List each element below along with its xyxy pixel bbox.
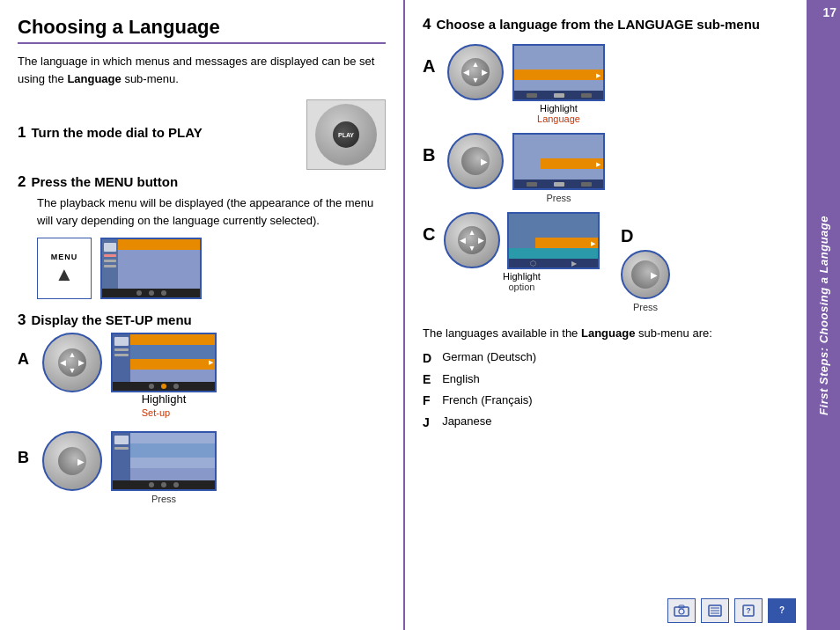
step2-label: Press the MENU button [31,174,178,189]
step4-label: Choose a language from the LANGUAGE sub-… [436,17,760,32]
step3b-dial: ▶ [42,431,102,491]
step3a-screen: ▶ [111,333,217,392]
lang-row-j: J Japanese [423,412,547,433]
page-number: 17 [822,5,836,19]
lang-name-d: German (Deutsch) [442,348,547,369]
left-column: Choosing a Language The language in whic… [0,0,405,630]
lang-row-d: D German (Deutsch) [423,348,547,369]
step4b-dial: ▶ [447,133,504,189]
step2-num: 2 [18,173,26,191]
step3a-highlight-caption: Highlight Set-up [142,392,187,419]
step1-num: 1 [18,124,26,142]
step4c-label: C [423,224,438,245]
step4b-screen: ▶ [512,133,605,190]
step4d-caption: Press [633,302,658,312]
step4b-label: B [423,145,438,165]
menu-label: MENU [51,253,78,261]
lang-name-j: Japanese [442,412,547,433]
step4d-arrows: ▶ [631,260,659,289]
step3b-row: B ▶ [18,431,386,504]
step2-illustration: MENU ▲ [37,238,386,299]
step2-screen [100,238,202,299]
dial-arrows: ▲ ▼ ◀ ▶ [58,348,86,377]
sidebar-chapter-text: First Steps: Choosing a Language [817,216,830,415]
step4a-row: A ▲ ▼ ◀ ▶ ▶ [423,44,789,124]
step4-header: 4 Choose a language from the LANGUAGE su… [423,16,789,33]
step3a-dial: ▲ ▼ ◀ ▶ [42,333,102,392]
step3a-bottom [113,382,215,391]
lang-row-f: F French (Français) [423,390,547,411]
step3-header: 3 Display the SET-UP menu [18,311,386,329]
language-list: The languages available in the Language … [423,325,789,433]
lang-key-e: E [423,369,442,390]
lang-row-e: E English [423,369,547,390]
step4d-col: D ▶ Press [621,212,670,312]
step4c-screen: ▶ ⬡ ▶ [507,212,600,269]
step3-section: 3 Display the SET-UP menu A ▲ ▼ ◀ ▶ [18,311,386,504]
step3b-bottom [113,480,215,489]
menu-arrow-icon: ▲ [55,265,74,284]
page-title: Choosing a Language [18,16,386,44]
step4a-screen-wrap: ▶ Highlight Language [512,44,605,124]
step3a-red-caption: Set-up [142,407,170,418]
step4c-screen-wrap: ▶ ⬡ ▶ [507,212,600,269]
lang-key-f: F [423,390,442,411]
step3b-screen-wrap: Press [111,431,217,504]
step3a-row: A ▲ ▼ ◀ ▶ [18,333,386,419]
lang-key-d: D [423,348,442,369]
question-toolbar-icon[interactable]: ? [768,598,796,623]
step4c-arrows: ▲ ▼ ◀ ▶ [458,226,486,254]
svg-point-1 [679,609,684,614]
step4d-dial: ▶ [621,250,670,299]
step4c-dial: ▲ ▼ ◀ ▶ [444,212,500,268]
step2-header: 2 Press the MENU button [18,173,386,191]
help-toolbar-icon[interactable]: ? [734,598,763,623]
screen-bottom-bar [102,289,200,297]
step4a-red-caption: Language [537,114,580,124]
menu-toolbar-icon[interactable] [701,598,729,623]
lang-intro: The languages available in the Language … [423,325,789,342]
step4b-row: B ▶ ▶ Pr [423,133,789,203]
step3a-screen-wrap: ▶ Highlight Set-up [111,333,217,419]
svg-text:?: ? [746,606,751,615]
step4d-label-top: D [621,226,637,246]
step1-header: 1 Turn the mode dial to PLAY PLAY [18,99,386,170]
step4cd-row: C ▲ ▼ ◀ ▶ [423,212,789,312]
step4a-caption: Highlight Language [537,103,580,124]
step4a-screen: ▶ [512,44,605,101]
right-column: 4 Choose a language from the LANGUAGE su… [405,0,807,630]
step4b-arrows: ▶ [461,147,490,175]
language-table: D German (Deutsch) E English F French (F… [423,348,547,434]
step4a-label: A [423,56,438,77]
step1-label: Turn the mode dial to PLAY [31,125,202,140]
step3-label: Display the SET-UP menu [31,312,191,327]
dial-b-arrows: ▶ [58,447,86,475]
step3b-label: B [18,449,33,467]
bottom-toolbar: ? ? [667,598,796,623]
lang-key-j: J [423,412,442,433]
step4c-caption: Highlight option [444,271,600,292]
step4-num: 4 [423,16,431,33]
lang-name-f: French (Français) [442,390,547,411]
step4c-col: ▲ ▼ ◀ ▶ ▶ [444,212,600,292]
intro-text: The language in which menus and messages… [18,53,386,87]
menu-button-diagram: MENU ▲ [37,238,92,299]
svg-text:?: ? [779,605,785,615]
step4a-arrows: ▲ ▼ ◀ ▶ [461,58,490,86]
step3a-label: A [18,350,33,369]
step4b-screen-wrap: ▶ Press [512,133,605,203]
lang-name-e: English [442,369,547,390]
sidebar: 17 First Steps: Choosing a Language [807,0,840,630]
step4b-caption: Press [546,193,571,203]
step4a-dial: ▲ ▼ ◀ ▶ [447,44,504,100]
step3b-screen [111,431,217,491]
camera-toolbar-icon[interactable] [667,598,696,623]
mode-dial-image: PLAY [306,99,386,170]
step3-num: 3 [18,311,26,329]
step2-body: The playback menu will be displayed (the… [37,194,386,229]
step3b-caption: Press [151,494,176,504]
